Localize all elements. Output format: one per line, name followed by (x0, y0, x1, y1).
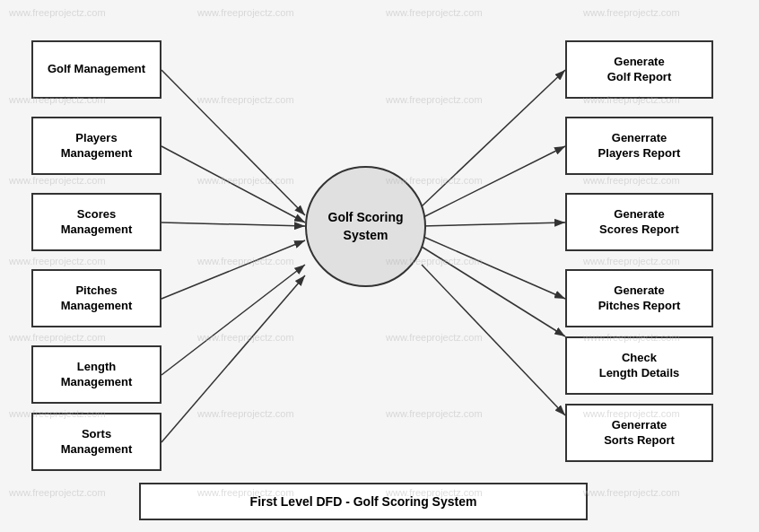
svg-line-8 (422, 146, 565, 218)
length-management-label: LengthManagement (61, 360, 132, 390)
players-management-label: PlayersManagement (61, 131, 132, 161)
diagram-title: First Level DFD - Golf Scoring System (250, 494, 477, 509)
generate-pitches-report-label: GeneratePitches Report (598, 283, 681, 314)
svg-line-9 (422, 222, 565, 226)
pitches-management-label: PitchesManagement (61, 283, 132, 314)
generate-scores-report-box: GenerateScores Report (565, 193, 713, 251)
golf-management-label: Golf Management (48, 62, 145, 77)
title-box: First Level DFD - Golf Scoring System (139, 483, 588, 520)
diagram-container: www.freeprojectz.com www.freeprojectz.co… (0, 0, 759, 532)
center-circle: Golf ScoringSystem (305, 166, 426, 287)
svg-line-3 (161, 222, 305, 226)
svg-line-2 (161, 146, 305, 222)
generate-golf-report-box: GenerateGolf Report (565, 40, 713, 99)
check-length-details-box: CheckLength Details (565, 336, 713, 395)
svg-line-11 (422, 247, 565, 336)
generate-players-report-label: GenerratePlayers Report (598, 131, 681, 161)
svg-line-1 (161, 70, 305, 215)
sorts-management-label: SortsManagement (61, 427, 132, 458)
pitches-management-box: PitchesManagement (31, 269, 161, 327)
center-label: Golf ScoringSystem (328, 209, 404, 244)
generate-sorts-report-label: GenerrateSorts Report (604, 418, 675, 449)
golf-management-box: Golf Management (31, 40, 161, 99)
generate-golf-report-label: GenerateGolf Report (607, 55, 672, 85)
generate-pitches-report-box: GeneratePitches Report (565, 269, 713, 327)
check-length-details-label: CheckLength Details (599, 351, 680, 381)
generate-scores-report-label: GenerateScores Report (599, 207, 679, 238)
players-management-box: PlayersManagement (31, 117, 161, 175)
scores-management-label: ScoresManagement (61, 207, 132, 238)
svg-line-12 (422, 265, 565, 415)
svg-line-10 (422, 236, 565, 299)
length-management-box: LengthManagement (31, 345, 161, 404)
svg-line-7 (422, 70, 565, 206)
scores-management-box: ScoresManagement (31, 193, 161, 251)
generate-sorts-report-box: GenerrateSorts Report (565, 404, 713, 462)
svg-line-4 (161, 240, 305, 299)
generate-players-report-box: GenerratePlayers Report (565, 117, 713, 175)
sorts-management-box: SortsManagement (31, 413, 161, 471)
